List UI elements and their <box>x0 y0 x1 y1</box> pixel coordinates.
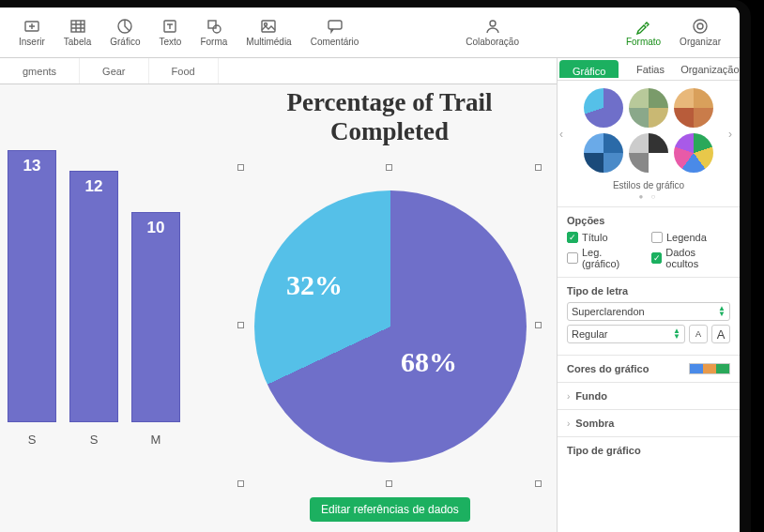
selection-handle[interactable] <box>237 322 244 328</box>
layers-icon <box>692 18 709 35</box>
edit-data-button[interactable]: Editar referências de dados <box>310 497 470 522</box>
chevron-right-icon[interactable]: › <box>728 128 738 141</box>
chart-styles: ‹ › <box>558 81 740 180</box>
font-larger-button[interactable]: A <box>711 325 730 343</box>
checkbox-chart-legend[interactable]: Leg. (gráfico) <box>567 247 642 269</box>
sheet-tab[interactable]: Gear <box>80 58 148 84</box>
pie-slice-label: 32% <box>286 269 343 301</box>
options-section: Opções ✓Título Legenda Leg. (gráfico) ✓D… <box>558 206 740 277</box>
tab-organization[interactable]: Organização <box>680 58 740 80</box>
color-swatch <box>690 364 703 373</box>
chevron-right-icon: › <box>567 418 570 429</box>
format-button[interactable]: Formato <box>617 14 670 51</box>
style-thumb[interactable] <box>584 88 623 128</box>
page-dots[interactable]: ● ○ <box>558 192 740 201</box>
selection-handle[interactable] <box>386 164 392 171</box>
check-icon: ✓ <box>567 232 578 243</box>
pie-chart[interactable]: 32% 68% <box>240 167 539 484</box>
tab-slices[interactable]: Fatias <box>620 58 680 80</box>
bar-category: M <box>131 433 180 447</box>
svg-rect-4 <box>208 21 216 28</box>
organize-button[interactable]: Organizar <box>670 14 730 51</box>
media-button[interactable]: Multimédia <box>237 14 300 51</box>
inspector-tabs: Gráfico Fatias Organização <box>558 58 740 81</box>
section-header: Fundo <box>575 390 730 402</box>
svg-point-5 <box>213 25 221 33</box>
style-thumb[interactable] <box>584 133 623 173</box>
canvas[interactable]: 13 12 10 S S M Percentage of Trail Compl… <box>0 84 557 532</box>
style-thumb[interactable] <box>674 133 713 173</box>
updown-icon: ▲▼ <box>673 328 680 340</box>
comment-icon <box>327 18 344 35</box>
shape-button[interactable]: Forma <box>191 14 237 51</box>
styles-label: Estilos de gráfico <box>558 180 740 190</box>
svg-point-9 <box>490 21 496 26</box>
plus-icon <box>23 18 40 35</box>
style-thumb[interactable] <box>629 133 668 173</box>
svg-point-10 <box>697 23 703 29</box>
brush-icon <box>634 18 651 35</box>
color-swatch <box>703 364 716 373</box>
section-header: Cores do gráfico <box>567 363 649 374</box>
sheet-tab[interactable]: gments <box>0 58 80 84</box>
selection-handle[interactable] <box>535 322 542 328</box>
toolbar: Inserir Tabela Gráfico Texto Forma Multi… <box>0 8 740 58</box>
pie-slice-label: 68% <box>401 346 457 378</box>
bar: 12 <box>69 171 118 422</box>
shape-icon <box>206 18 222 35</box>
colors-section: Cores do gráfico <box>558 355 740 382</box>
comment-button[interactable]: Comentário <box>301 14 369 51</box>
style-thumb[interactable] <box>674 88 713 128</box>
insert-button[interactable]: Inserir <box>9 14 54 51</box>
checkbox-hidden-data[interactable]: ✓Dados ocultos <box>651 247 726 269</box>
checkbox-legend[interactable]: Legenda <box>651 232 726 243</box>
bar: 10 <box>131 212 180 422</box>
sheet-tab[interactable]: Food <box>149 58 219 84</box>
tab-chart[interactable]: Gráfico <box>559 60 619 78</box>
section-header: Opções <box>567 215 730 226</box>
text-button[interactable]: Texto <box>150 14 191 51</box>
collab-button[interactable]: Colaboração <box>456 14 528 51</box>
selection-handle[interactable] <box>535 164 542 171</box>
selection-handle[interactable] <box>535 480 542 487</box>
check-icon: ✓ <box>651 252 662 264</box>
chevron-left-icon[interactable]: ‹ <box>559 128 569 141</box>
bar-category: S <box>8 433 56 447</box>
svg-rect-6 <box>262 21 275 32</box>
image-icon <box>260 18 277 35</box>
color-swatches-button[interactable] <box>689 363 730 374</box>
selection-handle[interactable] <box>237 164 244 171</box>
svg-point-11 <box>694 20 707 33</box>
bar: 13 <box>8 150 56 422</box>
chevron-right-icon: › <box>567 391 570 402</box>
check-icon <box>567 252 578 264</box>
chart-button[interactable]: Gráfico <box>100 14 149 51</box>
font-section: Tipo de letra Superclarendon▲▼ Regular▲▼… <box>558 277 740 355</box>
person-icon <box>484 18 501 35</box>
bar-category: S <box>69 433 118 447</box>
bar-chart[interactable]: 13 12 10 S S M <box>0 113 197 460</box>
updown-icon: ▲▼ <box>718 306 726 317</box>
svg-rect-8 <box>329 21 342 29</box>
color-swatch <box>716 364 729 373</box>
font-family-select[interactable]: Superclarendon▲▼ <box>567 302 730 321</box>
selection-handle[interactable] <box>386 480 392 487</box>
style-thumb[interactable] <box>629 88 668 128</box>
selection-handle[interactable] <box>237 480 244 487</box>
section-header: Tipo de gráfico <box>567 445 641 456</box>
pie-icon <box>116 18 133 35</box>
table-button[interactable]: Tabela <box>54 14 100 51</box>
pie-graphic <box>254 190 527 463</box>
chart-title[interactable]: Percentage of Trail Completed <box>240 88 539 146</box>
text-icon <box>161 18 178 35</box>
font-weight-select[interactable]: Regular▲▼ <box>567 325 685 343</box>
font-smaller-button[interactable]: A <box>689 325 708 343</box>
chart-type-section: Tipo de gráfico <box>558 436 740 464</box>
svg-rect-1 <box>71 21 84 32</box>
format-inspector: Gráfico Fatias Organização ‹ › Estilos d… <box>557 58 740 532</box>
checkbox-title[interactable]: ✓Título <box>567 232 642 243</box>
section-header: Sombra <box>575 418 730 429</box>
shadow-section[interactable]: › Sombra <box>558 409 740 436</box>
section-header: Tipo de letra <box>567 285 730 296</box>
background-section[interactable]: › Fundo <box>558 382 740 409</box>
